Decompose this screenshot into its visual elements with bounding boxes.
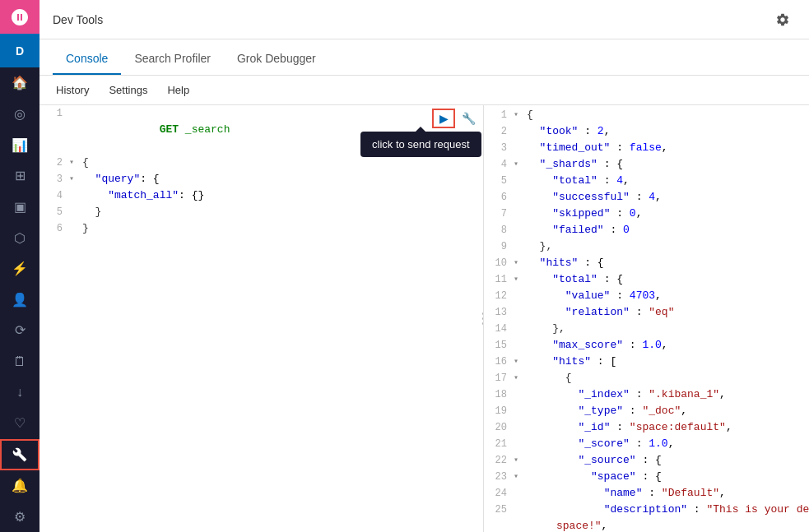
sidebar-item-devtools[interactable] — [0, 439, 40, 470]
elastic-logo[interactable] — [0, 0, 40, 34]
editor-area: click to send request ▶ 🔧 1 GET _search … — [40, 105, 809, 532]
app-title: Dev Tools — [53, 13, 103, 26]
sidebar-item-apm[interactable]: ⟳ — [0, 315, 40, 346]
out-line-23: 23 ▾ "space" : { — [484, 469, 809, 485]
out-line-10: 10 ▾ "hits" : { — [484, 255, 809, 271]
out-num-1: 1 — [484, 107, 514, 123]
sidebar-item-settings[interactable]: ⚙ — [0, 501, 40, 532]
sidebar-item-ml[interactable]: ⚡ — [0, 253, 40, 285]
editor-line-4: 4 "match_all": {} — [40, 187, 483, 204]
sidebar-item-logs[interactable]: 🗒 — [0, 346, 40, 377]
input-editor[interactable]: 1 GET _search 2 ▾ { 3 ▾ "query": { — [40, 105, 483, 532]
out-line-22: 22 ▾ "_source" : { — [484, 452, 809, 469]
elastic-logo-icon — [10, 7, 30, 27]
out-line-18: 18 "_index" : ".kibana_1", — [484, 386, 809, 403]
line-content-1: GET _search — [79, 105, 483, 155]
sidebar: D 🏠 ◎ 📊 ⊞ ▣ ⬡ ⚡ 👤 ⟳ 🗒 ↓ ♡ 🔔 ⚙ — [0, 0, 40, 532]
out-line-1: 1 ▾ { — [484, 107, 809, 123]
out-line-4: 4 ▾ "_shards" : { — [484, 156, 809, 173]
sidebar-item-uptime[interactable]: ♡ — [0, 408, 40, 439]
out-line-25: 25 "description" : "This is your default — [484, 502, 809, 518]
out-line-17: 17 ▾ { — [484, 370, 809, 386]
topbar-right — [769, 7, 796, 33]
input-panel: click to send request ▶ 🔧 1 GET _search … — [40, 105, 484, 532]
out-line-12: 12 "value" : 4703, — [484, 288, 809, 304]
run-button[interactable]: ▶ — [432, 109, 455, 128]
output-editor: 1 ▾ { 2 "took" : 2, 3 "timed_out" : fals… — [484, 105, 809, 532]
out-line-11: 11 ▾ "total" : { — [484, 271, 809, 288]
line-num-2: 2 — [40, 155, 69, 171]
out-line-25b: space!", — [484, 518, 809, 532]
sidebar-item-metrics[interactable]: ↓ — [0, 377, 40, 408]
out-line-8: 8 "failed" : 0 — [484, 222, 809, 238]
out-line-21: 21 "_score" : 1.0, — [484, 436, 809, 452]
devtools-icon — [12, 447, 27, 462]
sidebar-item-home[interactable]: 🏠 — [0, 67, 40, 99]
sidebar-item-canvas[interactable]: ▣ — [0, 192, 40, 223]
out-line-2: 2 "took" : 2, — [484, 123, 809, 140]
sidebar-item-maps[interactable]: ⬡ — [0, 222, 40, 253]
editor-line-6: 6 } — [40, 220, 483, 237]
line-content-5: } — [79, 204, 483, 220]
out-line-5: 5 "total" : 4, — [484, 173, 809, 189]
out-line-6: 6 "successful" : 4, — [484, 189, 809, 206]
tabbar: Console Search Profiler Grok Debugger — [40, 39, 809, 76]
toolbar-settings[interactable]: Settings — [105, 82, 151, 98]
out-line-3: 3 "timed_out" : false, — [484, 140, 809, 156]
out-line-9: 9 }, — [484, 238, 809, 255]
out-line-13: 13 "relation" : "eq" — [484, 304, 809, 321]
settings-gear-icon — [775, 12, 790, 27]
line-content-3: "query": { — [79, 171, 483, 187]
line-num-6: 6 — [40, 220, 69, 237]
editor-line-3: 3 ▾ "query": { — [40, 171, 483, 187]
out-line-24: 24 "name" : "Default", — [484, 485, 809, 502]
tab-console[interactable]: Console — [53, 44, 121, 75]
tab-search-profiler[interactable]: Search Profiler — [121, 44, 224, 75]
toolbar-history[interactable]: History — [53, 82, 92, 98]
line-content-6: } — [79, 220, 483, 237]
toolbar: History Settings Help — [40, 76, 809, 105]
main-content: Dev Tools Console Search Profiler Grok D… — [40, 0, 809, 532]
editor-line-2: 2 ▾ { — [40, 155, 483, 171]
out-line-7: 7 "skipped" : 0, — [484, 206, 809, 222]
tab-grok-debugger[interactable]: Grok Debugger — [224, 44, 329, 75]
user-avatar[interactable]: D — [0, 34, 40, 67]
line-num-5: 5 — [40, 204, 69, 220]
out-line-14: 14 }, — [484, 321, 809, 337]
editor-line-1: 1 GET _search — [40, 105, 483, 155]
sidebar-item-discover[interactable]: ◎ — [0, 99, 40, 130]
sidebar-item-visualize[interactable]: 📊 — [0, 129, 40, 160]
out-line-19: 19 "_type" : "_doc", — [484, 403, 809, 419]
out-line-20: 20 "_id" : "space:default", — [484, 419, 809, 436]
topbar-settings-icon[interactable] — [769, 7, 796, 33]
editor-line-5: 5 } — [40, 204, 483, 220]
topbar: Dev Tools — [40, 0, 809, 39]
toolbar-help[interactable]: Help — [164, 82, 193, 98]
line-num-4: 4 — [40, 187, 69, 204]
line-content-4: "match_all": {} — [79, 187, 483, 204]
line-num-1: 1 — [40, 105, 69, 122]
line-num-3: 3 — [40, 171, 69, 187]
wrench-icon[interactable]: 🔧 — [458, 109, 478, 128]
out-line-16: 16 ▾ "hits" : [ — [484, 354, 809, 370]
output-panel: 1 ▾ { 2 "took" : 2, 3 "timed_out" : fals… — [484, 105, 809, 532]
sidebar-item-security[interactable]: 👤 — [0, 284, 40, 315]
out-line-15: 15 "max_score" : 1.0, — [484, 337, 809, 354]
run-btn-container: ▶ 🔧 — [427, 105, 483, 132]
sidebar-item-dashboard[interactable]: ⊞ — [0, 160, 40, 192]
sidebar-item-alerts[interactable]: 🔔 — [0, 470, 40, 502]
line-content-2: { — [79, 155, 483, 171]
